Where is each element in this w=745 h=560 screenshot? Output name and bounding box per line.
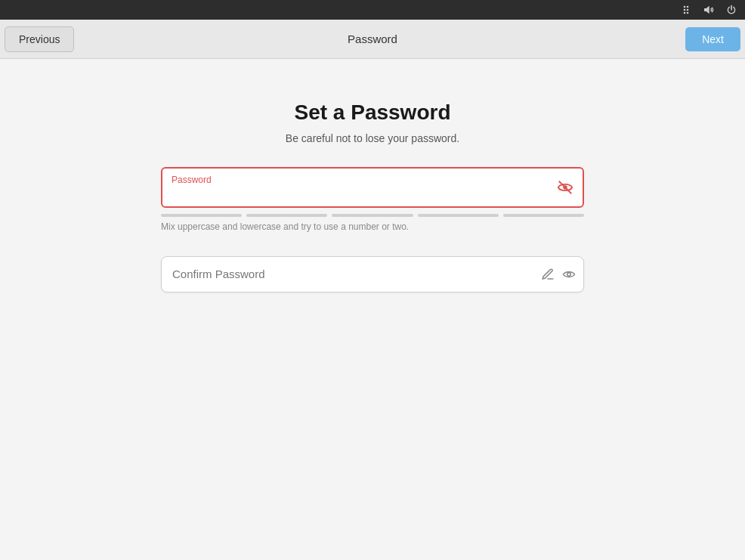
strength-bar-2 (246, 214, 327, 217)
svg-point-0 (684, 6, 686, 8)
edit-icon[interactable] (541, 268, 555, 281)
svg-line-8 (559, 181, 572, 194)
confirm-input-wrapper (161, 256, 584, 292)
network-icon[interactable] (680, 4, 692, 16)
power-icon[interactable] (725, 4, 737, 16)
volume-icon[interactable] (703, 4, 715, 16)
eye-toggle-password-icon[interactable] (557, 179, 573, 196)
svg-point-9 (567, 273, 571, 277)
svg-point-4 (684, 12, 686, 14)
strength-bar-1 (161, 214, 242, 217)
svg-marker-6 (704, 6, 709, 14)
password-input[interactable] (172, 187, 545, 200)
next-button[interactable]: Next (685, 27, 740, 51)
svg-point-3 (687, 9, 689, 11)
page-subtitle: Be careful not to lose your password. (286, 132, 459, 144)
main-content: Set a Password Be careful not to lose yo… (0, 59, 745, 560)
confirm-password-input[interactable] (172, 268, 515, 280)
svg-point-1 (687, 6, 689, 8)
password-label: Password (172, 175, 545, 185)
strength-bars (161, 214, 584, 217)
system-bar (0, 0, 745, 20)
password-input-wrapper: Password (161, 167, 584, 208)
confirm-icons (541, 268, 576, 281)
nav-bar: Previous Password Next (0, 20, 745, 59)
previous-button[interactable]: Previous (5, 26, 74, 52)
strength-hint: Mix uppercase and lowercase and try to u… (161, 221, 584, 232)
strength-bar-3 (332, 214, 413, 217)
svg-point-5 (687, 12, 689, 14)
page-title: Set a Password (295, 101, 451, 125)
svg-point-2 (684, 9, 686, 11)
eye-toggle-confirm-icon[interactable] (562, 268, 576, 281)
strength-bar-4 (418, 214, 499, 217)
password-field-container: Password Mix uppercase and lowercase and… (161, 167, 584, 232)
strength-bar-5 (503, 214, 584, 217)
nav-title: Password (348, 32, 397, 45)
confirm-field-container (161, 256, 584, 292)
